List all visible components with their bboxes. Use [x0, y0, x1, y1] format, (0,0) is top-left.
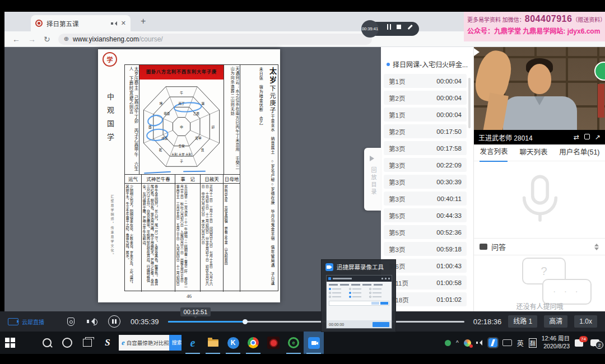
chart-middle: 图卦八方北利不西东利大年子庚 — [139, 65, 224, 174]
tray-expand-icon[interactable]: ^ — [456, 340, 459, 346]
url-path: /course/ — [139, 35, 163, 43]
forward-icon[interactable]: → — [28, 35, 36, 44]
chat-badge: 2 — [595, 341, 603, 349]
list-item[interactable]: 第1页00:00:04 — [384, 74, 467, 88]
svg-text:乙辰: 乙辰 — [193, 112, 199, 116]
panel-tab-2[interactable]: 用户名单(51) — [559, 144, 599, 161]
svg-text:午: 午 — [180, 91, 183, 95]
video-background-detail — [598, 84, 604, 118]
list-item[interactable]: 第3页00:59:18 — [384, 242, 467, 256]
progress-played — [168, 321, 245, 323]
tray-thunder-icon[interactable] — [488, 338, 497, 347]
list-item[interactable]: 第3页00:40:11 — [384, 192, 467, 206]
panel-tab-1[interactable]: 聊天列表 — [519, 144, 547, 161]
app-window-thumbnail[interactable]: 00:00:00 — [326, 275, 392, 329]
volume-icon[interactable] — [87, 318, 96, 325]
swap-view-icon[interactable]: ⇄ — [574, 133, 579, 141]
edge-app[interactable]: e — [183, 332, 203, 354]
popout-icon[interactable] — [584, 133, 590, 141]
qa-sort-control[interactable] — [594, 241, 599, 253]
tray-color-icon[interactable] — [464, 339, 471, 347]
taskbar-clock[interactable]: 12:46 周日2020/8/23 — [542, 335, 570, 350]
pinned-app-s[interactable]: S — [97, 332, 118, 354]
chrome-app[interactable] — [243, 332, 263, 354]
list-item[interactable]: 第3页00:17:58 — [384, 141, 467, 155]
promo-banner: 更多易学资料 加微信：804407916（赠送资料） 公众号：九鼎学堂 九鼎易学… — [464, 12, 605, 41]
task-view-icon[interactable] — [77, 332, 97, 354]
taskbar-search-box[interactable]: e 白宫最惊艳对比照 搜索一下 — [119, 335, 182, 351]
tab-title: 择日第五课 — [46, 19, 111, 28]
panel-tab-0[interactable]: 发言列表 — [480, 144, 508, 162]
reload-icon[interactable]: ↻ — [44, 35, 50, 44]
playback-directory-label: 回放目录 — [369, 167, 378, 196]
screen-recorder-app[interactable] — [304, 332, 324, 354]
list-item[interactable]: 第2页00:17:50 — [384, 124, 467, 138]
list-item[interactable]: 第11页01:00:58 — [384, 276, 467, 290]
qa-section-bar[interactable]: 问答 — [474, 238, 605, 255]
ie-icon: e — [122, 338, 125, 347]
doc-table-column: 式神芒牛春春牛身高四尺，长八尺，尾一尺二寸，头黄身黑色，腹黄色，角耳尾红色，胫白… — [142, 175, 175, 292]
recorder-pause-icon[interactable] — [387, 24, 391, 30]
tab-audio-icon[interactable] — [111, 21, 117, 26]
tab-close-icon[interactable]: ✕ — [121, 20, 126, 26]
presenter-video[interactable] — [474, 47, 605, 130]
tray-keyboard-icon[interactable] — [502, 339, 512, 346]
back-icon[interactable]: ← — [12, 35, 20, 44]
cortana-icon[interactable] — [57, 332, 77, 354]
svg-text:壬癸: 壬癸 — [178, 143, 184, 148]
recorder-elapsed-time: 00:35:41 — [361, 20, 379, 38]
playback-directory-tab[interactable]: 回放目录 — [364, 148, 381, 211]
tray-volume-icon[interactable] — [476, 340, 483, 346]
current-time: 00:35:39 — [131, 318, 159, 326]
page-number: 46 — [98, 293, 280, 299]
sidebar-scrollbar[interactable] — [468, 78, 471, 128]
url-host: www.yixiansheng.com — [73, 35, 139, 43]
new-tab-button[interactable]: + — [141, 16, 146, 26]
doc-table-column: 日母地鼠耗出头年 高低多顾偏 更看三冬里 山头起墓田 — [224, 175, 240, 292]
brand-name: 云犀直播 — [22, 318, 44, 326]
progress-thumb[interactable] — [243, 319, 248, 324]
list-item[interactable]: 第5页00:44:33 — [384, 208, 467, 222]
list-item[interactable]: 第5页00:52:36 — [384, 225, 467, 239]
language-indicator[interactable]: 英 — [517, 338, 524, 348]
qa-empty-text: 还没有人提问哦 — [474, 301, 605, 311]
search-go-button[interactable]: 搜索一下 — [169, 335, 182, 351]
tray-green-icon[interactable] — [445, 340, 451, 346]
list-item[interactable]: 第3页00:22:09 — [384, 158, 467, 172]
list-item[interactable]: 第6页01:00:43 — [384, 259, 467, 273]
document-page: 学 中观国学 汇聚易学明师，传承易学文化。 太岁压祭主 己酉戊午丁卯 丙子乙酉甲… — [98, 49, 280, 302]
list-item[interactable]: 第2页00:00:04 — [384, 91, 467, 105]
pause-button[interactable] — [108, 315, 120, 328]
privacy-shield-icon[interactable] — [67, 318, 75, 326]
list-item[interactable]: 第3页00:30:39 — [384, 175, 467, 189]
site-info-icon[interactable]: ⊕ — [64, 35, 69, 43]
record-app[interactable] — [263, 332, 283, 354]
k-app[interactable]: K — [223, 332, 243, 354]
svg-text:巽: 巽 — [202, 102, 205, 106]
start-button[interactable] — [0, 332, 20, 354]
action-center-icon[interactable]: 2 — [590, 339, 599, 346]
speed-button[interactable]: 1.0x — [574, 315, 597, 328]
svg-text:戌亥: 戌亥 — [161, 136, 167, 141]
fullscreen-icon[interactable]: ↗ — [595, 133, 601, 141]
search-icon[interactable] — [37, 332, 57, 354]
windows-taskbar: S e 白宫最惊艳对比照 搜索一下 e K e ^ 英 翻 12:46 周日20… — [0, 332, 605, 354]
line-select-button[interactable]: 线路 1 — [508, 315, 537, 328]
svg-text:乾: 乾 — [159, 148, 162, 152]
file-explorer-app[interactable] — [203, 332, 223, 354]
address-bar[interactable]: ⊕ www.yixiansheng.com /course/ — [58, 34, 372, 45]
recorder-stop-icon[interactable] — [397, 25, 401, 29]
green-browser-app[interactable]: e — [283, 332, 304, 354]
browser-tab[interactable]: 择日第五课 ✕ — [31, 15, 131, 31]
video-corner-arrow-icon[interactable] — [474, 48, 483, 56]
ime-indicator[interactable]: 翻 — [529, 338, 537, 348]
list-item[interactable]: 第1页00:00:04 — [384, 108, 467, 122]
chart-left-column: 太岁压祭主 己酉戊午丁卯 丙子乙酉甲午 六生人 下葬时宜避之则吉 — [125, 65, 139, 174]
list-item[interactable]: 第18页01:01:02 — [384, 292, 467, 306]
promo-line1: 更多易学资料 加微信：804407916（赠送资料） — [467, 14, 602, 24]
notification-icon[interactable]: 74 — [575, 339, 583, 347]
progress-bar[interactable]: 00:12:51 — [168, 321, 464, 323]
taskbar-preview-popup[interactable]: 迅捷屏幕录像工具 00:00:00 — [321, 259, 396, 332]
chart-red-banner: 图卦八方北利不西东利大年子庚 — [139, 65, 224, 80]
quality-button[interactable]: 高清 — [544, 315, 567, 328]
